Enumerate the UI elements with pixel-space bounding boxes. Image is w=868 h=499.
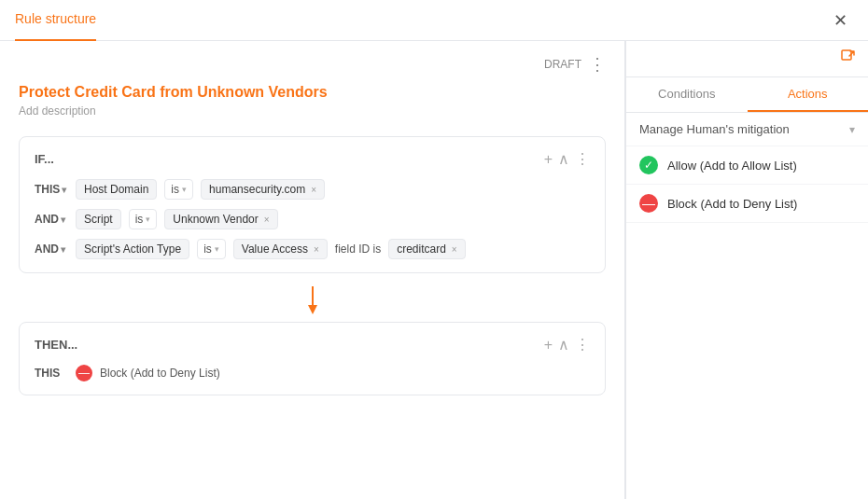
action-block[interactable]: — Block (Add to Deny List) bbox=[626, 185, 868, 223]
manage-section[interactable]: Manage Human's mitigation ▾ bbox=[626, 113, 868, 146]
draft-bar: DRAFT ⋮ bbox=[19, 56, 606, 73]
value-access-tag[interactable]: Value Access × bbox=[233, 239, 328, 259]
draft-badge: DRAFT bbox=[544, 58, 581, 71]
rule-description: Add description bbox=[19, 104, 606, 118]
right-panel: Conditions Actions Manage Human's mitiga… bbox=[625, 41, 868, 499]
operator-is-1[interactable]: is ▾ bbox=[164, 179, 193, 200]
row-prefix-this: THIS ▾ bbox=[35, 183, 68, 196]
if-block-header: IF... + ∧ ⋮ bbox=[35, 150, 590, 168]
if-block: IF... + ∧ ⋮ THIS ▾ Host Domain is ▾ bbox=[19, 136, 606, 273]
then-row-prefix: THIS bbox=[35, 367, 68, 380]
script-action-type-field[interactable]: Script's Action Type bbox=[76, 239, 189, 259]
external-icon-button[interactable] bbox=[840, 49, 857, 69]
script-value[interactable]: Unknown Vendor × bbox=[164, 209, 277, 229]
manage-chevron: ▾ bbox=[849, 123, 855, 136]
main-layout: DRAFT ⋮ Protect Credit Card from Unknown… bbox=[0, 41, 868, 499]
row-prefix-and-2: AND ▾ bbox=[35, 243, 68, 256]
remove-creditcard[interactable]: × bbox=[452, 244, 457, 255]
right-panel-tabs: Conditions Actions bbox=[626, 77, 868, 113]
rule-title: Protect Credit Card from Unknown Vendors bbox=[19, 84, 606, 101]
creditcard-tag[interactable]: creditcard × bbox=[388, 239, 466, 259]
field-id-text: field ID is bbox=[335, 243, 381, 256]
block-icon: — bbox=[639, 194, 658, 213]
flow-arrow bbox=[19, 281, 606, 322]
if-block-actions: + ∧ ⋮ bbox=[544, 150, 590, 168]
remove-host-domain[interactable]: × bbox=[311, 185, 316, 195]
svg-marker-1 bbox=[308, 305, 317, 314]
if-menu-button[interactable]: ⋮ bbox=[575, 150, 590, 168]
then-block-header: THEN... + ∧ ⋮ bbox=[35, 336, 590, 353]
if-collapse-button[interactable]: ∧ bbox=[558, 150, 569, 168]
right-panel-top bbox=[626, 41, 868, 77]
if-add-button[interactable]: + bbox=[544, 151, 553, 168]
operator-is-2[interactable]: is ▾ bbox=[129, 209, 158, 229]
operator-is-3[interactable]: is ▾ bbox=[197, 239, 226, 259]
tab-conditions[interactable]: Conditions bbox=[626, 77, 748, 112]
then-action-label: Block (Add to Deny List) bbox=[100, 367, 220, 380]
if-label: IF... bbox=[35, 152, 54, 166]
manage-label: Manage Human's mitigation bbox=[639, 122, 790, 136]
script-field[interactable]: Script bbox=[76, 209, 121, 229]
remove-value-access[interactable]: × bbox=[314, 244, 319, 255]
condition-row-1: THIS ▾ Host Domain is ▾ humansecurity.co… bbox=[35, 179, 590, 200]
draft-menu-button[interactable]: ⋮ bbox=[589, 56, 606, 73]
host-domain-field[interactable]: Host Domain bbox=[76, 179, 157, 200]
then-menu-button[interactable]: ⋮ bbox=[575, 336, 590, 353]
tab-actions[interactable]: Actions bbox=[748, 77, 869, 112]
header: Rule structure ✕ bbox=[0, 0, 868, 41]
then-collapse-button[interactable]: ∧ bbox=[558, 336, 569, 353]
then-label: THEN... bbox=[35, 338, 77, 352]
then-add-button[interactable]: + bbox=[544, 337, 553, 353]
then-block: THEN... + ∧ ⋮ THIS — Block (Add to Deny … bbox=[19, 322, 606, 395]
then-row-1: THIS — Block (Add to Deny List) bbox=[35, 365, 590, 381]
condition-row-2: AND ▾ Script is ▾ Unknown Vendor × bbox=[35, 209, 590, 229]
host-domain-value[interactable]: humansecurity.com × bbox=[201, 179, 325, 200]
action-allow[interactable]: ✓ Allow (Add to Allow List) bbox=[626, 146, 868, 185]
header-title: Rule structure bbox=[15, 0, 96, 41]
block-deny-icon: — bbox=[76, 365, 92, 381]
condition-row-3: AND ▾ Script's Action Type is ▾ Value Ac… bbox=[35, 239, 590, 259]
row-prefix-and-1: AND ▾ bbox=[35, 213, 68, 226]
allow-icon: ✓ bbox=[639, 156, 658, 174]
close-button[interactable]: ✕ bbox=[827, 7, 853, 34]
then-block-actions: + ∧ ⋮ bbox=[544, 336, 590, 353]
allow-label: Allow (Add to Allow List) bbox=[667, 159, 797, 173]
block-label: Block (Add to Deny List) bbox=[667, 197, 797, 211]
remove-script-value[interactable]: × bbox=[264, 215, 270, 225]
left-panel: DRAFT ⋮ Protect Credit Card from Unknown… bbox=[0, 41, 625, 499]
